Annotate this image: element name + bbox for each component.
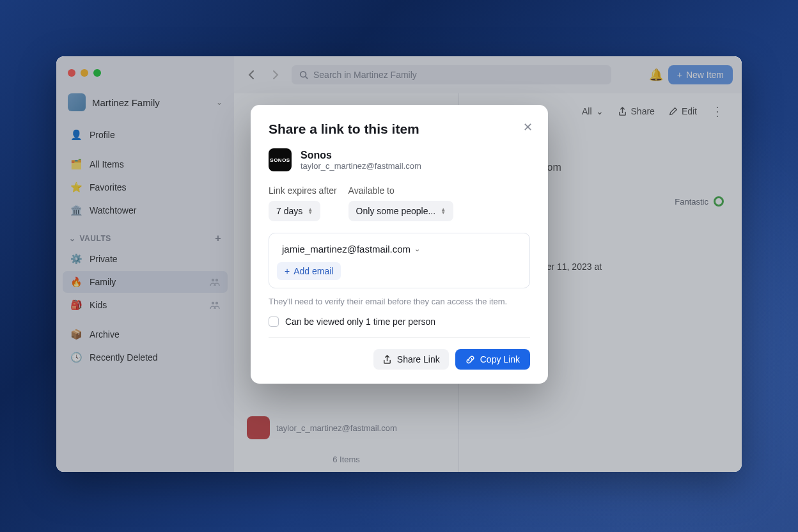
add-email-button[interactable]: + Add email: [277, 262, 341, 280]
checkbox-icon[interactable]: [269, 317, 279, 327]
plus-icon: +: [285, 266, 290, 276]
view-once-checkbox-row[interactable]: Can be viewed only 1 time per person: [269, 317, 530, 338]
share-icon: [382, 355, 392, 364]
link-icon: [465, 355, 475, 364]
expires-label: Link expires after: [269, 185, 337, 196]
expires-value: 7 days: [276, 206, 302, 216]
add-email-label: Add email: [293, 266, 333, 276]
available-select[interactable]: Only some people... ▲▼: [348, 201, 453, 221]
helper-text: They'll need to verify their email befor…: [269, 296, 530, 308]
expires-select[interactable]: 7 days ▲▼: [269, 201, 320, 221]
sonos-icon: SONOS: [269, 148, 292, 171]
copy-link-button[interactable]: Copy Link: [455, 349, 530, 370]
close-button[interactable]: ✕: [523, 120, 533, 134]
share-link-label: Share Link: [397, 354, 440, 364]
modal-item-name: Sonos: [301, 150, 421, 161]
chevron-down-icon: ⌄: [414, 245, 420, 253]
modal-title: Share a link to this item: [269, 121, 530, 137]
sort-icon: ▲▼: [308, 208, 313, 214]
sort-icon: ▲▼: [441, 208, 446, 214]
available-label: Available to: [348, 185, 453, 196]
copy-link-label: Copy Link: [480, 354, 520, 364]
email-chip[interactable]: jamie_martinez@fastmail.com ⌄: [277, 241, 425, 257]
share-modal: Share a link to this item ✕ SONOS Sonos …: [251, 105, 548, 384]
email-recipients-box: jamie_martinez@fastmail.com ⌄ + Add emai…: [269, 233, 530, 288]
share-link-button[interactable]: Share Link: [373, 349, 449, 370]
email-chip-value: jamie_martinez@fastmail.com: [282, 244, 411, 254]
modal-item-sub: taylor_c_martinez@fastmail.com: [301, 161, 421, 171]
available-value: Only some people...: [356, 206, 436, 216]
checkbox-label: Can be viewed only 1 time per person: [285, 317, 435, 327]
modal-item-header: SONOS Sonos taylor_c_martinez@fastmail.c…: [269, 148, 530, 171]
